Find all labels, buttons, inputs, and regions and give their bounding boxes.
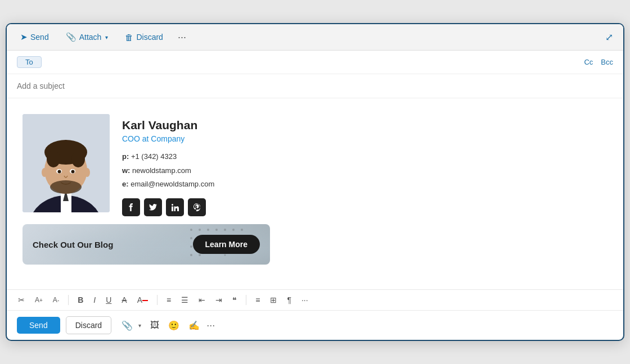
svg-point-21 (241, 229, 243, 231)
attach-dropdown-icon: ▾ (105, 34, 108, 40)
facebook-button[interactable] (122, 198, 140, 216)
svg-point-6 (47, 151, 60, 167)
signature-info: Karl Vaughan COO at Company p: +1 (342) … (122, 114, 214, 216)
align-center-button[interactable]: ☰ (179, 294, 191, 306)
svg-point-19 (224, 229, 226, 231)
signature-button[interactable]: ✍ (186, 319, 202, 332)
underline-button[interactable]: U (104, 294, 114, 306)
discard-button[interactable]: Discard (66, 316, 111, 334)
send-bar: Send Discard 📎 ▾ 🖼 🙂 ✍ ··· (7, 310, 623, 340)
attach-label: Attach (79, 33, 102, 42)
to-row: To Cc Bcc (7, 51, 623, 74)
attach-dropdown-send-button[interactable]: ▾ (136, 321, 143, 330)
svg-point-22 (190, 237, 192, 239)
format-toolbar: ✂ A+ A- B I U A A ≡ ☰ ⇤ ⇥ ❝ ≡ ⊞ ¶ ··· (7, 289, 623, 310)
web-label: w: (122, 166, 130, 175)
sig-socials (122, 198, 214, 216)
bold-button[interactable]: B (75, 294, 86, 306)
format-more-button[interactable]: ··· (299, 294, 310, 306)
paragraph-button[interactable]: ¶ (285, 294, 294, 306)
svg-point-20 (232, 229, 235, 231)
sig-web: w: newoldstamp.com (122, 164, 214, 178)
svg-point-30 (190, 254, 192, 256)
cc-bcc-area: Cc Bcc (584, 58, 613, 66)
sig-banner: Check Out Our Blog Learn More (22, 224, 270, 265)
sig-phone: p: +1 (342) 4323 (122, 150, 214, 164)
phone-label: p: (122, 152, 129, 161)
svg-point-14 (84, 168, 90, 177)
to-input[interactable] (47, 58, 584, 67)
svg-point-16 (199, 229, 201, 231)
svg-point-33 (224, 254, 226, 256)
format-sep-2 (157, 295, 158, 305)
bcc-button[interactable]: Bcc (601, 58, 613, 66)
send-toolbar-button[interactable]: ➤ Send (17, 30, 52, 44)
svg-point-10 (58, 170, 61, 174)
svg-point-18 (215, 229, 218, 231)
to-label[interactable]: To (17, 56, 42, 68)
list-button[interactable]: ≡ (253, 294, 262, 306)
font-color-button[interactable]: A (135, 294, 150, 306)
pinterest-button[interactable] (188, 198, 206, 216)
email-window: ➤ Send 📎 Attach ▾ 🗑 Discard ··· ⤢ To Cc … (6, 23, 624, 341)
email-label: e: (122, 180, 129, 188)
web-value: newoldstamp.com (132, 166, 191, 175)
strikethrough-button[interactable]: A (119, 294, 129, 306)
emoji-button[interactable]: 🙂 (166, 319, 182, 332)
format-sep-3 (246, 295, 246, 305)
learn-more-button[interactable]: Learn More (193, 235, 260, 254)
font-size-down-button[interactable]: A- (51, 295, 61, 305)
linkedin-button[interactable] (166, 198, 184, 216)
discard-icon: 🗑 (125, 33, 133, 42)
svg-point-12 (50, 180, 82, 194)
email-body: Karl Vaughan COO at Company p: +1 (342) … (7, 98, 623, 289)
twitter-button[interactable] (144, 198, 162, 216)
attach-send-button[interactable]: 📎 (119, 319, 135, 332)
send-icons: 📎 ▾ 🖼 🙂 ✍ ··· (119, 319, 215, 332)
quote-button[interactable]: ❝ (230, 294, 239, 306)
email-value: email@newoldstamp.com (130, 180, 214, 188)
indent-button[interactable]: ⇥ (213, 294, 224, 306)
banner-text: Check Out Our Blog (33, 240, 113, 249)
image-button[interactable]: 🖼 (148, 319, 161, 331)
table-button[interactable]: ⊞ (268, 294, 279, 306)
svg-point-11 (71, 170, 75, 174)
discard-toolbar-button[interactable]: 🗑 Discard (122, 30, 166, 44)
attach-icon: 📎 (66, 32, 76, 42)
sig-email: e: email@newoldstamp.com (122, 178, 214, 192)
send-label: Send (30, 33, 49, 42)
attach-button[interactable]: 📎 Attach ▾ (62, 30, 112, 44)
subject-row (7, 74, 623, 98)
outdent-button[interactable]: ⇤ (196, 294, 208, 306)
sig-title: COO at Company (122, 134, 214, 143)
send-button[interactable]: Send (17, 317, 60, 334)
svg-point-17 (207, 229, 209, 231)
phone-value: +1 (342) 4323 (131, 152, 177, 161)
send-more-button[interactable]: ··· (206, 320, 215, 331)
avatar (22, 114, 110, 212)
align-left-button[interactable]: ≡ (164, 294, 173, 306)
format-sep-1 (68, 295, 69, 305)
svg-point-15 (190, 229, 192, 231)
expand-button[interactable]: ⤢ (605, 31, 613, 43)
sig-contact: p: +1 (342) 4323 w: newoldstamp.com e: e… (122, 150, 214, 192)
avatar-image (22, 114, 110, 212)
scissors-button[interactable]: ✂ (16, 294, 27, 306)
svg-point-27 (190, 245, 192, 248)
svg-point-13 (42, 168, 47, 177)
toolbar: ➤ Send 📎 Attach ▾ 🗑 Discard ··· ⤢ (7, 24, 623, 51)
font-size-up-button[interactable]: A+ (33, 295, 45, 305)
svg-point-7 (71, 151, 85, 167)
more-options-button[interactable]: ··· (178, 31, 186, 43)
email-signature: Karl Vaughan COO at Company p: +1 (342) … (22, 114, 608, 265)
discard-label: Discard (136, 33, 163, 42)
cc-button[interactable]: Cc (584, 58, 593, 66)
signature-top: Karl Vaughan COO at Company p: +1 (342) … (22, 114, 608, 216)
send-icon: ➤ (20, 32, 28, 42)
subject-input[interactable] (17, 81, 613, 90)
sig-name: Karl Vaughan (122, 119, 214, 132)
svg-point-31 (199, 254, 201, 256)
italic-button[interactable]: I (91, 294, 98, 306)
